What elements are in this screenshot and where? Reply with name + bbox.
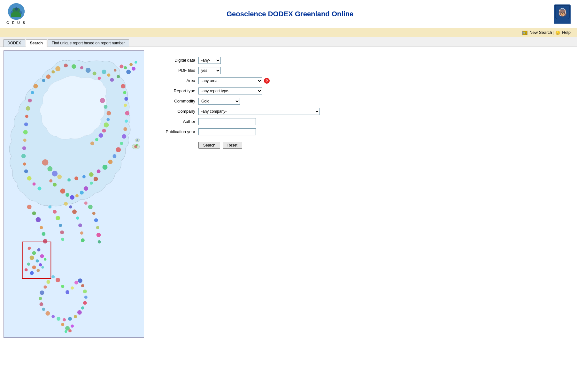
svg-point-96 xyxy=(27,262,30,266)
tab-find-report[interactable]: Find unique report based on report numbe… xyxy=(48,39,129,47)
svg-point-25 xyxy=(124,103,127,107)
svg-point-127 xyxy=(96,226,99,229)
svg-point-149 xyxy=(81,306,84,309)
report-type-label: Report type xyxy=(154,88,195,93)
svg-point-136 xyxy=(46,280,50,284)
svg-point-18 xyxy=(117,75,120,78)
report-type-row: Report type -any report type- Open File … xyxy=(154,87,570,94)
svg-point-34 xyxy=(103,164,108,170)
svg-point-146 xyxy=(68,317,72,320)
svg-point-17 xyxy=(114,69,116,72)
area-select[interactable]: -any area- North Greenland East Greenlan… xyxy=(198,77,262,84)
svg-point-26 xyxy=(125,111,129,115)
svg-point-47 xyxy=(23,139,27,142)
svg-point-95 xyxy=(40,254,44,258)
svg-point-99 xyxy=(44,258,46,260)
svg-point-60 xyxy=(104,105,108,109)
svg-point-113 xyxy=(59,224,62,227)
svg-point-130 xyxy=(56,278,60,282)
svg-point-24 xyxy=(124,97,128,101)
map-panel[interactable] xyxy=(4,50,144,338)
commodity-row: Commodity Gold Silver Copper Zinc Lead I… xyxy=(154,98,570,105)
reset-button[interactable]: Reset xyxy=(223,142,242,149)
svg-point-137 xyxy=(43,285,47,289)
commodity-select[interactable]: Gold Silver Copper Zinc Lead Iron Diamon… xyxy=(198,98,240,105)
greenland-map-svg[interactable] xyxy=(4,51,144,338)
separator: | xyxy=(553,30,556,35)
svg-point-98 xyxy=(39,263,42,266)
svg-point-111 xyxy=(53,210,57,214)
svg-point-134 xyxy=(74,281,78,284)
svg-point-38 xyxy=(74,176,78,180)
svg-point-104 xyxy=(27,205,32,209)
digital-data-label: Digital data xyxy=(154,58,195,63)
svg-point-107 xyxy=(40,226,43,229)
tabs-row: DODEX Search Find unique report based on… xyxy=(0,37,577,47)
svg-point-117 xyxy=(69,205,72,208)
svg-point-33 xyxy=(108,160,113,164)
svg-point-66 xyxy=(95,138,98,141)
svg-point-135 xyxy=(51,275,55,278)
greenland-shield-logo: 🐻 xyxy=(554,4,571,24)
svg-point-142 xyxy=(45,311,50,315)
svg-point-112 xyxy=(56,216,60,220)
area-help-icon[interactable] xyxy=(264,78,270,84)
svg-point-126 xyxy=(94,218,98,222)
svg-point-64 xyxy=(102,129,106,132)
svg-point-7 xyxy=(55,66,60,71)
svg-point-128 xyxy=(96,232,101,237)
publication-year-input[interactable] xyxy=(198,128,256,135)
svg-point-108 xyxy=(42,232,45,236)
svg-point-62 xyxy=(107,118,110,121)
area-row: Area -any area- North Greenland East Gre… xyxy=(154,77,570,84)
svg-point-101 xyxy=(30,271,34,275)
svg-point-141 xyxy=(42,307,45,311)
svg-point-93 xyxy=(30,255,34,260)
svg-point-22 xyxy=(121,84,125,88)
svg-point-50 xyxy=(23,162,26,165)
tab-search[interactable]: Search xyxy=(26,39,47,47)
report-type-select[interactable]: -any report type- Open File Confidential… xyxy=(198,87,262,94)
svg-point-103 xyxy=(41,266,44,268)
svg-point-51 xyxy=(24,169,28,173)
svg-point-49 xyxy=(21,154,26,158)
digital-data-select[interactable]: -any- yes no xyxy=(198,57,221,64)
search-button[interactable]: Search xyxy=(198,142,220,149)
page-header: G E U S Geoscience DODEX Greenland Onlin… xyxy=(0,0,577,28)
tab-dodex[interactable]: DODEX xyxy=(3,39,25,47)
top-action-bar: 🔍 New Search | 💡 Help xyxy=(0,28,577,37)
svg-point-143 xyxy=(51,315,55,318)
geus-text: G E U S xyxy=(6,21,26,25)
help-link[interactable]: Help xyxy=(562,30,571,35)
pdf-files-select[interactable]: -any- yes no xyxy=(198,67,221,74)
svg-point-13 xyxy=(98,77,101,80)
svg-point-114 xyxy=(60,230,64,234)
svg-point-133 xyxy=(71,286,74,290)
svg-point-53 xyxy=(33,182,36,185)
svg-point-14 xyxy=(102,70,106,74)
new-search-link[interactable]: New Search xyxy=(529,30,552,35)
svg-point-54 xyxy=(38,186,42,190)
main-content: Digital data -any- yes no PDF files -any… xyxy=(0,47,577,342)
svg-point-12 xyxy=(93,72,96,75)
svg-point-41 xyxy=(31,91,34,94)
author-input[interactable] xyxy=(198,118,256,125)
svg-point-153 xyxy=(81,284,84,287)
svg-point-82 xyxy=(132,67,135,71)
svg-point-20 xyxy=(46,74,50,79)
publication-year-label: Publication year xyxy=(154,129,195,134)
company-select[interactable]: -any company- xyxy=(198,108,320,115)
svg-point-120 xyxy=(78,223,82,227)
svg-point-27 xyxy=(125,119,128,123)
svg-point-11 xyxy=(86,68,91,73)
svg-point-155 xyxy=(61,323,64,326)
svg-point-28 xyxy=(123,127,127,131)
geus-logo: G E U S xyxy=(6,3,26,25)
svg-point-158 xyxy=(65,330,67,333)
svg-point-121 xyxy=(80,231,83,234)
svg-point-139 xyxy=(39,297,42,300)
svg-point-32 xyxy=(112,154,116,158)
svg-point-132 xyxy=(65,290,69,294)
svg-point-59 xyxy=(100,98,105,103)
svg-point-58 xyxy=(57,174,62,179)
